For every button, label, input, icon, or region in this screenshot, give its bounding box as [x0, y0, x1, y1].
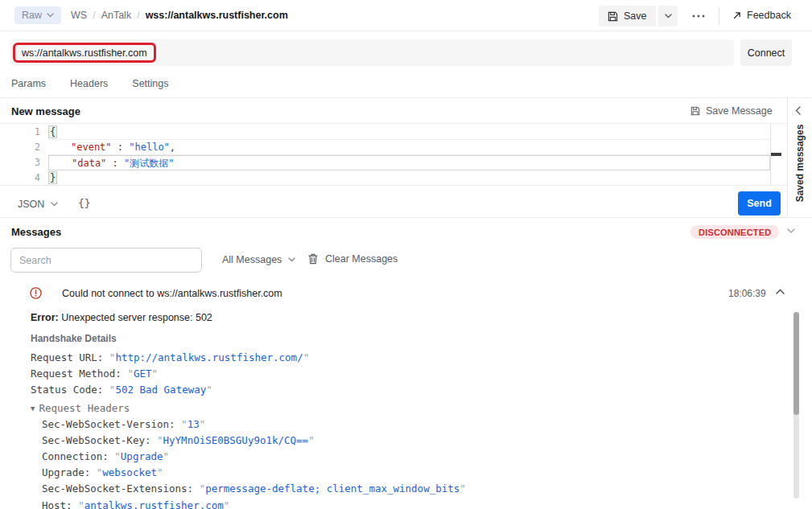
saved-messages-tab[interactable]: Saved messages: [794, 125, 806, 203]
handshake-key: Request URL:: [31, 351, 109, 363]
raw-mode-label: Raw: [22, 10, 42, 21]
tab-settings[interactable]: Settings: [132, 78, 168, 89]
json-key: "event": [48, 142, 112, 153]
floppy-disk-icon: [690, 106, 700, 116]
collapse-panel-button[interactable]: [795, 106, 801, 115]
send-button[interactable]: Send: [738, 191, 781, 216]
request-header-row: Connection: Upgrade: [42, 450, 169, 462]
topbar-divider: [719, 7, 719, 25]
line-number: 2: [23, 140, 40, 155]
connect-label: Connect: [748, 47, 785, 59]
request-header-row: Sec-WebSocket-Key: HyYMnOiSE0BSGUy9o1k/C…: [42, 434, 315, 446]
header-key: Connection:: [42, 450, 114, 462]
header-key: Upgrade:: [42, 466, 97, 478]
beautify-button[interactable]: {}: [78, 197, 91, 209]
request-header-row: Sec-WebSocket-Version: 13: [42, 418, 205, 430]
editor-line: "event" : "hello",: [48, 140, 770, 155]
json-key: "data": [49, 158, 106, 169]
error-label: Error:: [31, 312, 59, 323]
chevron-down-icon: [47, 13, 54, 18]
line-number: 4: [23, 170, 40, 186]
request-header-row: Upgrade: websocket: [42, 466, 163, 478]
header-key: Sec-WebSocket-Key:: [42, 434, 157, 446]
feedback-button[interactable]: Feedback: [733, 10, 791, 21]
message-filter-dropdown[interactable]: All Messages: [222, 254, 295, 265]
chevron-down-icon: [665, 14, 672, 18]
breadcrumb-separator: /: [137, 10, 139, 21]
save-button[interactable]: Save: [599, 6, 656, 27]
handshake-row: Request URL: http://antalkws.rustfisher.…: [31, 351, 309, 363]
messages-scrollbar[interactable]: [793, 312, 799, 499]
header-key: Sec-WebSocket-Version:: [42, 418, 181, 430]
top-bar: Raw WS / AnTalk / wss://antalkws.rustfis…: [0, 0, 812, 31]
trash-icon: [308, 253, 318, 265]
handshake-value: http://antalkws.rustfisher.com/: [109, 351, 309, 363]
handshake-value: 502 Bad Gateway: [109, 384, 212, 396]
chevron-up-icon: [776, 289, 785, 294]
tab-headers[interactable]: Headers: [70, 78, 108, 89]
connection-status-badge: DISCONNECTED: [690, 225, 779, 239]
floppy-disk-icon: [608, 11, 618, 22]
status-menu-button[interactable]: [787, 228, 795, 234]
open-brace: {: [48, 125, 57, 138]
url-highlight-box: ws://antalkws.rustfisher.com: [13, 43, 156, 63]
request-tabs: Params Headers Settings: [11, 78, 169, 89]
url-input[interactable]: ws://antalkws.rustfisher.com: [10, 39, 734, 66]
more-options-button[interactable]: [689, 9, 708, 23]
websocket-request-window: Raw WS / AnTalk / wss://antalkws.rustfis…: [0, 0, 812, 509]
save-message-button[interactable]: Save Message: [690, 105, 773, 117]
clear-messages-label: Clear Messages: [325, 253, 398, 265]
saved-messages-panel: Saved messages: [787, 98, 812, 217]
request-header-row: Host: antalkws.rustfisher.com: [42, 499, 229, 509]
send-label: Send: [747, 198, 772, 209]
header-value: antalkws.rustfisher.com: [78, 499, 229, 509]
search-input[interactable]: [10, 248, 202, 273]
chevron-down-icon: [288, 257, 295, 262]
handshake-key: Status Code:: [31, 384, 109, 396]
breadcrumb-collection[interactable]: AnTalk: [101, 10, 132, 21]
json-value: "测试数据": [124, 158, 174, 169]
messages-title: Messages: [11, 226, 61, 238]
breadcrumb-request-name: wss://antalkws.rustfisher.com: [146, 10, 288, 21]
json-separator: :: [106, 158, 124, 169]
language-dropdown[interactable]: JSON: [18, 199, 58, 210]
feedback-label: Feedback: [747, 10, 791, 21]
editor-line: {: [48, 125, 770, 140]
save-options-button[interactable]: [657, 6, 678, 27]
event-timestamp: 18:06:39: [728, 288, 766, 299]
handshake-row: Status Code: 502 Bad Gateway: [31, 384, 212, 396]
header-key: Host:: [42, 499, 78, 509]
triangle-down-icon: ▼: [31, 404, 35, 413]
handshake-key: Request Method:: [31, 367, 127, 380]
editor-current-line: "data" : "测试数据": [48, 155, 770, 170]
connection-error-message[interactable]: Could not connect to ws://antalkws.rustf…: [62, 288, 282, 299]
error-text: Unexpected server response: 502: [59, 312, 212, 323]
header-value: websocket: [97, 466, 163, 478]
request-headers-toggle[interactable]: ▼Request Headers: [31, 402, 130, 414]
ellipsis-icon: [692, 14, 705, 18]
url-value: ws://antalkws.rustfisher.com: [22, 47, 147, 59]
section-divider: [0, 217, 812, 218]
line-number: 1: [23, 125, 40, 140]
breadcrumb-workspace[interactable]: WS: [71, 10, 87, 21]
chevron-down-icon: [787, 228, 795, 234]
handshake-details-title: Handshake Details: [31, 333, 117, 344]
arrow-up-right-icon: [733, 11, 741, 19]
json-value: "hello": [129, 142, 170, 153]
connect-button[interactable]: Connect: [740, 39, 792, 66]
collapse-event-button[interactable]: [776, 289, 785, 294]
tab-params[interactable]: Params: [11, 78, 46, 89]
header-value: Upgrade: [114, 450, 169, 462]
json-separator: :: [112, 142, 130, 153]
line-number: 3: [23, 155, 40, 170]
save-message-label: Save Message: [706, 105, 773, 117]
json-comma: ,: [170, 142, 175, 153]
scrollbar-thumb[interactable]: [793, 312, 799, 415]
error-summary: Error: Unexpected server response: 502: [31, 312, 212, 323]
breadcrumb-separator: /: [93, 10, 95, 21]
message-editor[interactable]: 1 2 3 4 { "event" : "hello", "data" : "测…: [0, 123, 787, 186]
raw-mode-dropdown[interactable]: Raw: [14, 6, 61, 24]
handshake-value: GET: [127, 367, 158, 380]
request-headers-label: Request Headers: [39, 402, 130, 414]
clear-messages-button[interactable]: Clear Messages: [308, 253, 398, 265]
